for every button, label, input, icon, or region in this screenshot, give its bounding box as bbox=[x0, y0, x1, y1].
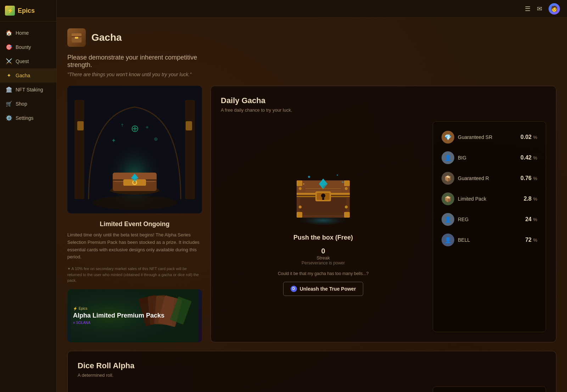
user-avatar[interactable]: 🧑 bbox=[549, 3, 560, 15]
logo-icon: ⚡ bbox=[5, 6, 15, 16]
odds-value-guaranteed-r: 0.76 % bbox=[521, 175, 537, 181]
sidebar-item-bounty[interactable]: 🎯 Bounty bbox=[0, 40, 56, 54]
odds-pct-guaranteed-sr: % bbox=[533, 135, 537, 140]
svg-text:⊕: ⊕ bbox=[154, 136, 158, 142]
logo-text: Epics bbox=[18, 7, 35, 15]
alpha-pack-text: ⚡ Epics Alpha Limited Premium Packs ≡ SO… bbox=[73, 307, 164, 325]
svg-point-58 bbox=[342, 181, 344, 183]
bounty-icon: 🎯 bbox=[6, 44, 12, 50]
odds-name-reg: REG bbox=[458, 217, 522, 222]
odds-avatar-reg: 👤 bbox=[442, 213, 454, 226]
sidebar-nav: 🏠 Home 🎯 Bounty ⚔️ Quest ✦ Gacha 🏛️ NFT … bbox=[0, 22, 56, 392]
svg-rect-40 bbox=[344, 180, 350, 186]
svg-rect-41 bbox=[297, 212, 302, 218]
sidebar-item-settings[interactable]: ⚙️ Settings bbox=[0, 111, 56, 125]
sidebar-item-home[interactable]: 🏠 Home bbox=[0, 26, 56, 40]
limited-event-title: Limited Event Ongoing bbox=[67, 220, 202, 228]
dice-odds-panel: ⚀ ⚁ ⚂ Guaranteed SR bbox=[433, 386, 546, 392]
two-col-layout: ⊕ ✦ ⊕ ✝ ◈ bbox=[67, 86, 556, 342]
sidebar-item-bounty-label: Bounty bbox=[16, 44, 31, 50]
menu-icon[interactable]: ☰ bbox=[525, 5, 530, 13]
hero-arch-svg: ⊕ ✦ ⊕ ✝ ◈ bbox=[67, 86, 202, 213]
odds-avatar-bell: 👤 bbox=[442, 234, 454, 246]
odds-pct-bell: % bbox=[533, 237, 537, 243]
svg-point-57 bbox=[337, 174, 338, 176]
home-icon: 🏠 bbox=[6, 30, 12, 36]
odds-pct-reg: % bbox=[533, 217, 537, 222]
odds-pct-limited-pack: % bbox=[533, 196, 537, 202]
svg-rect-46 bbox=[322, 198, 324, 200]
unleash-button[interactable]: D Unleash the True Power bbox=[283, 282, 364, 296]
sidebar-item-settings-label: Settings bbox=[16, 115, 34, 121]
sidebar-item-shop-label: Shop bbox=[16, 101, 27, 107]
hero-quote: "There are things you won't know until y… bbox=[67, 72, 556, 77]
sidebar-logo[interactable]: ⚡ Epics bbox=[0, 0, 56, 22]
streak-label: Streak bbox=[302, 255, 345, 261]
odds-name-big: BIG bbox=[458, 155, 517, 161]
svg-point-8 bbox=[99, 125, 170, 210]
gacha-center: Push the box (Free) 0 Streak Perseveranc… bbox=[221, 121, 426, 332]
gacha-chest bbox=[288, 157, 359, 228]
odds-value-bell: 72 % bbox=[525, 237, 537, 243]
odds-row-limited-pack: 📦 Limited Pack 2.8 % bbox=[439, 189, 540, 209]
sidebar-item-home-label: Home bbox=[16, 30, 29, 36]
odds-avatar-guaranteed-sr: 💎 bbox=[442, 131, 454, 144]
odds-pct-big: % bbox=[533, 155, 537, 161]
svg-rect-3 bbox=[75, 37, 78, 39]
odds-row-reg: 👤 REG 24 % bbox=[439, 209, 540, 229]
odds-row-bell: 👤 BELL 72 % bbox=[439, 230, 540, 250]
unleash-button-label: Unleash the True Power bbox=[300, 286, 356, 292]
alpha-pack-title: Alpha Limited Premium Packs bbox=[73, 312, 164, 320]
odds-value-reg: 24 % bbox=[525, 216, 537, 223]
dice-roll-section: Dice Roll Alpha A determined roll. bbox=[67, 351, 556, 392]
odds-avatar-guaranteed-r: 📦 bbox=[442, 172, 454, 185]
svg-rect-39 bbox=[297, 180, 302, 186]
notification-icon[interactable]: ✉ bbox=[537, 5, 542, 13]
limited-event-desc: Limited time only until the beta test be… bbox=[67, 231, 202, 261]
alpha-pack-solana: ≡ SOLANA bbox=[73, 321, 164, 325]
left-column: ⊕ ✦ ⊕ ✝ ◈ bbox=[67, 86, 202, 342]
svg-point-52 bbox=[299, 187, 302, 190]
sidebar-item-quest-label: Quest bbox=[16, 58, 29, 64]
svg-rect-7 bbox=[185, 100, 195, 199]
odds-name-bell: BELL bbox=[458, 237, 522, 243]
odds-avatar-limited-pack: 📦 bbox=[442, 192, 454, 205]
daily-gacha-title: Daily Gacha bbox=[221, 96, 546, 105]
odds-value-big: 0.42 % bbox=[521, 155, 537, 161]
daily-gacha-panel: Daily Gacha A free daily chance to try y… bbox=[210, 86, 556, 342]
streak-number: 0 bbox=[302, 247, 345, 255]
svg-rect-14 bbox=[77, 121, 84, 130]
push-box-label: Push the box (Free) bbox=[293, 234, 353, 241]
odds-row-guaranteed-sr: 💎 Guaranteed SR 0.02 % bbox=[439, 127, 540, 147]
odds-panel: 💎 Guaranteed SR 0.02 % 👤 BIG 0.42 % 📦 Gu… bbox=[433, 121, 546, 332]
page-header-icon bbox=[67, 28, 86, 47]
gacha-icon: ✦ bbox=[6, 72, 12, 79]
hero-image: ⊕ ✦ ⊕ ✝ ◈ bbox=[67, 86, 202, 213]
topbar: ☰ ✉ 🧑 bbox=[57, 0, 567, 18]
svg-text:✝: ✝ bbox=[120, 123, 124, 128]
shop-icon: 🛒 bbox=[6, 101, 12, 107]
odds-row-guaranteed-r: 📦 Guaranteed R 0.76 % bbox=[439, 168, 540, 188]
odds-name-guaranteed-r: Guaranteed R bbox=[458, 175, 517, 181]
svg-point-45 bbox=[321, 194, 325, 198]
streak-desc: Perseverance is power bbox=[302, 261, 345, 265]
svg-text:⊕: ⊕ bbox=[131, 123, 139, 134]
daily-gacha-subtitle: A free daily chance to try your luck. bbox=[221, 107, 546, 113]
sidebar-item-nft-staking-label: NFT Staking bbox=[16, 87, 43, 93]
quest-icon: ⚔️ bbox=[6, 58, 12, 65]
svg-rect-15 bbox=[186, 121, 192, 130]
odds-value-guaranteed-sr: 0.02 % bbox=[521, 134, 537, 140]
svg-point-53 bbox=[345, 187, 348, 190]
streak-section: 0 Streak Perseverance is power bbox=[302, 247, 345, 265]
sidebar-item-gacha-label: Gacha bbox=[16, 73, 30, 78]
alpha-pack-logo: ⚡ Epics bbox=[73, 307, 164, 310]
svg-point-56 bbox=[308, 176, 310, 178]
sidebar-item-gacha[interactable]: ✦ Gacha bbox=[0, 68, 56, 83]
nft-staking-icon: 🏛️ bbox=[6, 86, 12, 93]
svg-point-55 bbox=[345, 206, 348, 208]
svg-rect-6 bbox=[74, 100, 84, 199]
odds-name-limited-pack: Limited Pack bbox=[458, 196, 520, 202]
sidebar-item-shop[interactable]: 🛒 Shop bbox=[0, 97, 56, 111]
sidebar-item-quest[interactable]: ⚔️ Quest bbox=[0, 54, 56, 68]
sidebar-item-nft-staking[interactable]: 🏛️ NFT Staking bbox=[0, 83, 56, 97]
